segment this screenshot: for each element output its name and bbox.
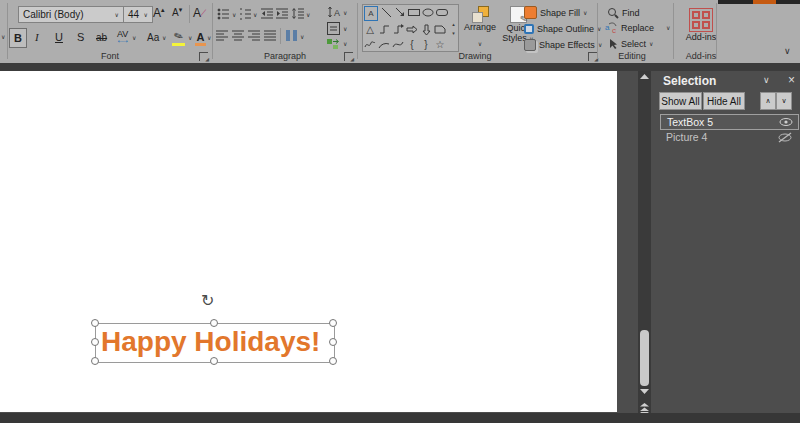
chevron-down-icon[interactable]: ∨ bbox=[132, 35, 136, 41]
scroll-down-arrow-icon[interactable] bbox=[640, 389, 649, 395]
shape-down-arrow-icon[interactable] bbox=[419, 22, 433, 37]
shape-corner-icon[interactable] bbox=[433, 22, 447, 37]
slide-canvas[interactable]: ↻ Happy Holidays! bbox=[0, 71, 617, 412]
chevron-down-icon[interactable]: ∨ bbox=[343, 26, 347, 32]
chevron-down-icon[interactable]: ∨ bbox=[162, 35, 166, 41]
shape-line-icon[interactable] bbox=[379, 5, 393, 20]
selection-item-picture4[interactable]: Picture 4 bbox=[660, 130, 797, 144]
find-button[interactable]: Find bbox=[607, 6, 640, 19]
italic-button[interactable]: I bbox=[35, 28, 39, 46]
arrange-button[interactable]: Arrange ∨ bbox=[462, 4, 498, 52]
send-backward-button[interactable]: ∨ bbox=[776, 92, 792, 110]
line-spacing-icon bbox=[292, 7, 305, 20]
align-left-button[interactable] bbox=[216, 29, 229, 42]
shape-gallery-scroll[interactable]: ▴▾ bbox=[449, 4, 459, 52]
shape-text-box-icon[interactable]: A bbox=[364, 6, 378, 21]
font-color-button[interactable]: A bbox=[194, 27, 207, 46]
align-right-button[interactable] bbox=[248, 29, 261, 42]
textbox-text[interactable]: Happy Holidays! bbox=[96, 324, 334, 360]
chevron-down-icon[interactable]: ∨ bbox=[343, 41, 347, 47]
replace-button[interactable]: ac Replace ∨ bbox=[605, 21, 670, 34]
chevron-down-icon[interactable]: ∨ bbox=[207, 35, 211, 41]
shape-curve-icon[interactable] bbox=[391, 37, 405, 52]
text-direction-button[interactable]: A bbox=[327, 6, 341, 19]
bold-button[interactable]: B bbox=[9, 28, 27, 48]
shape-rectangle-icon[interactable] bbox=[407, 5, 421, 20]
increase-indent-button[interactable] bbox=[276, 7, 289, 20]
shape-rounded-rectangle-icon[interactable] bbox=[435, 5, 449, 20]
ribbon: ∨ Calibri (Body) ∨ 44 ∨ A▴ A▾ A⟋ B I U S… bbox=[0, 0, 800, 63]
visibility-eye-off-icon[interactable] bbox=[778, 132, 792, 143]
convert-smartart-button[interactable] bbox=[326, 37, 340, 50]
font-size-value: 44 bbox=[128, 7, 139, 22]
decrease-indent-button[interactable] bbox=[261, 7, 274, 20]
shape-outline-button[interactable]: Shape Outline ∨ bbox=[524, 22, 601, 35]
chevron-down-icon[interactable]: ∨ bbox=[232, 12, 236, 18]
shape-gallery[interactable]: A △ { } ☆ bbox=[362, 4, 450, 52]
visibility-eye-icon[interactable] bbox=[779, 117, 793, 127]
shape-right-brace-icon[interactable]: } bbox=[419, 37, 433, 52]
shape-effects-button[interactable]: Shape Effects ∨ bbox=[524, 38, 602, 51]
bring-forward-button[interactable]: ∧ bbox=[760, 92, 776, 110]
font-size-combo[interactable]: 44 ∨ bbox=[123, 6, 153, 23]
resize-handle-top-center[interactable] bbox=[210, 319, 218, 327]
shape-triangle-icon[interactable]: △ bbox=[363, 22, 377, 37]
pane-chevron-down-icon[interactable]: ∨ bbox=[763, 75, 770, 85]
shape-fill-button[interactable]: Shape Fill ∨ bbox=[524, 6, 587, 19]
resize-handle-middle-left[interactable] bbox=[91, 338, 99, 346]
shape-elbow-arrow-connector-icon[interactable] bbox=[391, 22, 405, 37]
line-spacing-button[interactable] bbox=[292, 7, 305, 20]
chevron-down-icon[interactable]: ∨ bbox=[253, 12, 257, 18]
show-all-button[interactable]: Show All bbox=[659, 92, 702, 110]
shape-star-icon[interactable]: ☆ bbox=[433, 37, 447, 52]
hide-all-button[interactable]: Hide All bbox=[703, 92, 745, 110]
change-case-button[interactable]: Aa bbox=[147, 28, 159, 46]
columns-button[interactable] bbox=[285, 29, 298, 42]
strikethrough-button[interactable]: ab bbox=[96, 28, 107, 46]
paragraph-dialog-launcher[interactable] bbox=[344, 52, 353, 61]
shape-right-arrow-icon[interactable] bbox=[405, 22, 419, 37]
shape-line-arrow-icon[interactable] bbox=[393, 5, 407, 20]
justify-button[interactable] bbox=[264, 29, 277, 42]
font-dialog-launcher[interactable] bbox=[199, 52, 208, 61]
pane-close-icon[interactable]: × bbox=[788, 73, 795, 87]
shape-fill-label: Shape Fill bbox=[540, 8, 580, 18]
shape-freeform-icon[interactable] bbox=[363, 37, 377, 52]
resize-handle-bottom-left[interactable] bbox=[91, 357, 99, 365]
chevron-down-icon[interactable]: ∨ bbox=[1, 34, 5, 40]
shape-arc-icon[interactable] bbox=[377, 37, 391, 52]
shadow-button[interactable]: S bbox=[77, 28, 84, 46]
drawing-dialog-launcher[interactable] bbox=[588, 52, 597, 61]
font-name-combo[interactable]: Calibri (Body) ∨ bbox=[18, 6, 124, 23]
chevron-down-icon[interactable]: ∨ bbox=[300, 34, 304, 40]
bullets-button[interactable] bbox=[217, 7, 230, 20]
clear-formatting-button[interactable]: A⟋ bbox=[193, 6, 206, 20]
chevron-down-icon[interactable]: ∨ bbox=[343, 10, 347, 16]
resize-handle-bottom-right[interactable] bbox=[329, 357, 337, 365]
chevron-down-icon[interactable]: ∨ bbox=[306, 12, 310, 18]
character-spacing-button[interactable]: AV ⇠⇢ bbox=[117, 27, 128, 45]
chevron-down-icon[interactable]: ∨ bbox=[188, 35, 192, 41]
resize-handle-top-right[interactable] bbox=[329, 319, 337, 327]
shrink-font-button[interactable]: A▾ bbox=[172, 7, 182, 18]
scroll-up-arrow-icon[interactable] bbox=[640, 74, 649, 80]
selection-item-textbox5[interactable]: TextBox 5 bbox=[660, 114, 799, 130]
collapse-ribbon-chevron-icon[interactable]: ∨ bbox=[784, 46, 791, 56]
text-highlight-button[interactable]: ✎ bbox=[171, 27, 186, 46]
align-center-button[interactable] bbox=[232, 29, 245, 42]
rotate-handle-icon[interactable]: ↻ bbox=[201, 293, 214, 309]
underline-button[interactable]: U bbox=[55, 28, 63, 46]
resize-handle-middle-right[interactable] bbox=[329, 338, 337, 346]
resize-handle-top-left[interactable] bbox=[91, 319, 99, 327]
shape-outline-label: Shape Outline bbox=[537, 24, 594, 34]
shape-elbow-connector-icon[interactable] bbox=[377, 22, 391, 37]
shape-left-brace-icon[interactable]: { bbox=[405, 37, 419, 52]
scrollbar-thumb[interactable] bbox=[640, 330, 649, 386]
group-separator bbox=[212, 3, 213, 59]
grow-font-button[interactable]: A▴ bbox=[153, 6, 165, 20]
align-text-button[interactable] bbox=[327, 22, 340, 35]
select-button[interactable]: Select ∨ bbox=[607, 37, 653, 50]
shape-oval-icon[interactable] bbox=[421, 5, 435, 20]
resize-handle-bottom-center[interactable] bbox=[210, 357, 218, 365]
numbering-button[interactable] bbox=[239, 7, 252, 20]
